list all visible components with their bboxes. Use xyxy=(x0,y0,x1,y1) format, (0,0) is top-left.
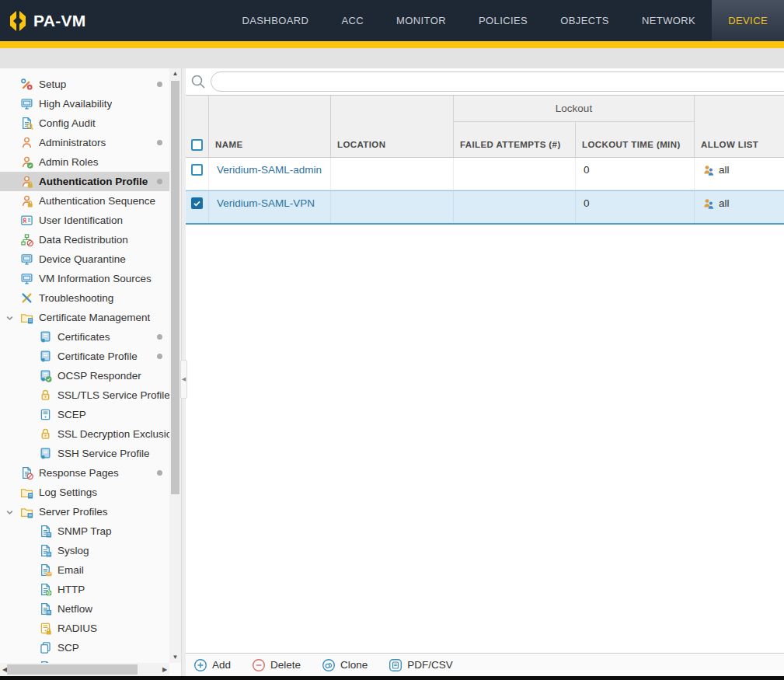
sidebar-item-authentication-profile[interactable]: Authentication Profile xyxy=(0,172,169,191)
scep-icon xyxy=(39,408,52,421)
clone-button[interactable]: Clone xyxy=(322,658,368,672)
splitter-collapse-handle[interactable]: ◀ xyxy=(180,360,187,399)
sidebar-item-admin-roles[interactable]: Admin Roles xyxy=(0,152,169,172)
brand-logo: PA-VM xyxy=(0,0,86,41)
sidebar-item-ocsp-responder[interactable]: OCSP Responder xyxy=(0,366,169,385)
sidebar-item-scp[interactable]: SCP xyxy=(0,638,169,657)
sidebar-item-ssl-decryption-exclusion[interactable]: SSL Decryption Exclusion xyxy=(0,424,169,444)
lockout-group-label: Lockout xyxy=(454,96,694,122)
column-header-name[interactable]: NAME xyxy=(209,96,331,157)
sidebar-item-setup[interactable]: Setup xyxy=(0,75,169,94)
sidebar-item-config-audit[interactable]: Config Audit xyxy=(0,113,169,133)
vm-information-sources-icon xyxy=(20,272,33,285)
sidebar-item-authentication-sequence[interactable]: Authentication Sequence xyxy=(0,191,169,211)
sidebar-item-log-settings[interactable]: Log Settings xyxy=(0,483,169,502)
sidebar-item-radius[interactable]: RADIUS xyxy=(0,619,169,638)
chevron-down-icon[interactable] xyxy=(5,507,14,519)
sidebar-item-label: RADIUS xyxy=(57,622,97,634)
sidebar-item-high-availability[interactable]: High Availability xyxy=(0,94,169,113)
sidebar-item-label: Server Profiles xyxy=(39,506,108,518)
snmp-trap-icon xyxy=(39,525,52,538)
bottom-toolbar: Add Delete Clone xyxy=(186,653,784,676)
tab-dashboard[interactable]: DASHBOARD xyxy=(225,0,325,41)
sidebar-item-label: SSH Service Profile xyxy=(57,448,150,459)
authentication-profile-icon xyxy=(20,175,33,188)
sidebar-item-syslog[interactable]: Syslog xyxy=(0,541,169,560)
sidebar-item-label: Data Redistribution xyxy=(39,234,128,246)
authentication-sequence-icon xyxy=(20,194,33,207)
sidebar-horizontal-scrollbar[interactable]: ◀ ▶ xyxy=(0,663,169,676)
sidebar-item-label: SSL Decryption Exclusion xyxy=(57,428,169,440)
horizontal-scroll-thumb[interactable] xyxy=(7,664,138,675)
sidebar-item-certificates[interactable]: Certificates xyxy=(0,327,169,347)
cell-name[interactable]: Veridium-SAML-VPN xyxy=(209,191,331,223)
device-quarantine-icon xyxy=(20,253,33,266)
cell-name[interactable]: Veridium-SAML-admin xyxy=(209,158,331,190)
column-header-location[interactable]: LOCATION xyxy=(331,96,454,157)
scroll-up-arrow-icon[interactable]: ▲ xyxy=(169,68,181,79)
sidebar-item-response-pages[interactable]: Response Pages xyxy=(0,463,169,483)
accent-bar xyxy=(0,41,784,48)
high-availability-icon xyxy=(20,97,33,110)
sidebar-item-certificate-management[interactable]: Certificate Management xyxy=(0,308,169,327)
search-input[interactable] xyxy=(211,71,784,92)
scroll-right-arrow-icon[interactable]: ▶ xyxy=(160,663,169,676)
add-button[interactable]: Add xyxy=(193,658,231,672)
row-checkbox[interactable] xyxy=(191,164,203,176)
column-header-lockout-time[interactable]: LOCKOUT TIME (MIN) xyxy=(576,122,695,157)
sidebar-item-user-identification[interactable]: User Identification xyxy=(0,211,169,230)
scp-icon xyxy=(39,641,52,654)
sidebar-item-email[interactable]: Email xyxy=(0,560,169,580)
select-all-checkbox[interactable] xyxy=(191,139,203,151)
sidebar-item-label: Syslog xyxy=(57,545,89,556)
sidebar-item-vm-information-sources[interactable]: VM Information Sources xyxy=(0,269,169,288)
vertical-scroll-thumb[interactable] xyxy=(171,81,179,494)
ssl-decryption-exclusion-icon xyxy=(39,427,52,441)
admin-roles-icon xyxy=(20,155,33,169)
delete-button[interactable]: Delete xyxy=(252,658,301,672)
sidebar-item-snmp-trap[interactable]: SNMP Trap xyxy=(0,521,169,541)
table-header: NAME LOCATION Lockout FAILED ATTEMPTS (#… xyxy=(186,95,784,158)
column-header-failed-attempts[interactable]: FAILED ATTEMPTS (#) xyxy=(454,122,576,157)
sidebar-item-label: Response Pages xyxy=(39,467,119,479)
cell-location xyxy=(331,191,454,223)
sidebar-item-troubleshooting[interactable]: Troubleshooting xyxy=(0,288,169,308)
tab-monitor[interactable]: MONITOR xyxy=(380,0,462,41)
sidebar-item-certificate-profile[interactable]: Certificate Profile xyxy=(0,347,169,366)
sidebar-item-http[interactable]: HTTP xyxy=(0,580,169,599)
chevron-down-icon[interactable] xyxy=(5,313,14,325)
sidebar-item-data-redistribution[interactable]: Data Redistribution xyxy=(0,230,169,249)
sidebar-item-device-quarantine[interactable]: Device Quarantine xyxy=(0,249,169,269)
tab-acc[interactable]: ACC xyxy=(325,0,380,41)
tab-policies[interactable]: POLICIES xyxy=(462,0,544,41)
table-row[interactable]: Veridium-SAML-VPN0all xyxy=(186,190,784,225)
scroll-down-arrow-icon[interactable]: ▼ xyxy=(169,652,181,663)
table-row[interactable]: Veridium-SAML-admin0all xyxy=(186,158,784,190)
sidebar-item-ssh-service-profile[interactable]: SSH Service Profile xyxy=(0,444,169,463)
tab-device[interactable]: DEVICE xyxy=(712,0,784,41)
sidebar-item-label: Admin Roles xyxy=(39,156,99,168)
sidebar-item-server-profiles[interactable]: Server Profiles xyxy=(0,502,169,521)
column-header-allow-list[interactable]: ALLOW LIST xyxy=(695,96,784,157)
setup-icon xyxy=(20,78,33,91)
certificates-icon xyxy=(39,330,52,343)
sidebar-item-scep[interactable]: SCEP xyxy=(0,405,169,424)
sidebar-item-label: Administrators xyxy=(39,137,106,148)
panel-splitter[interactable]: ◀ xyxy=(182,68,186,676)
ocsp-responder-icon xyxy=(39,369,52,382)
sidebar-item-label: Email xyxy=(57,564,84,576)
certificate-management-icon xyxy=(20,311,33,324)
administrators-icon xyxy=(20,136,33,149)
row-checkbox[interactable] xyxy=(191,197,203,209)
response-pages-icon xyxy=(20,466,33,479)
sidebar-item-administrators[interactable]: Administrators xyxy=(0,133,169,152)
sidebar-item-label: SSL/TLS Service Profile xyxy=(57,389,169,401)
pdf-csv-button[interactable]: PDF/CSV xyxy=(389,658,453,672)
sidebar-item-ssl-tls-service-profile[interactable]: SSL/TLS Service Profile xyxy=(0,385,169,405)
tab-network[interactable]: NETWORK xyxy=(625,0,712,41)
tab-objects[interactable]: OBJECTS xyxy=(544,0,625,41)
sidebar-item-label: Troubleshooting xyxy=(39,292,113,304)
sidebar-item-label: OCSP Responder xyxy=(57,370,141,382)
sidebar-item-netflow[interactable]: Netflow xyxy=(0,599,169,619)
sidebar-vertical-scrollbar[interactable]: ▲ ▼ xyxy=(169,68,181,663)
